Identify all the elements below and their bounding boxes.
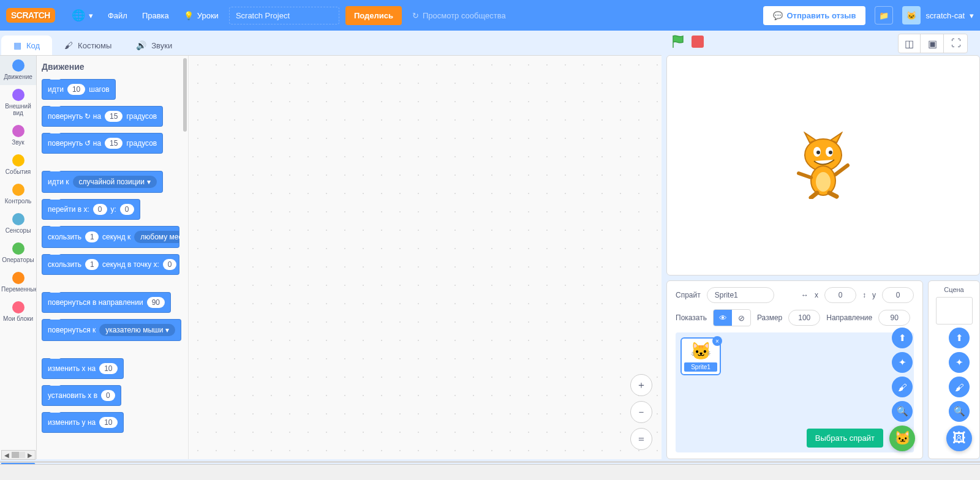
menubar: SCRATCH 🌐 ▾ Файл Правка 💡 Уроки Поделись… bbox=[0, 0, 980, 31]
sprite-direction-input[interactable] bbox=[878, 310, 910, 326]
block-dropdown[interactable]: указателю мыши ▾ bbox=[99, 324, 175, 336]
block-goto[interactable]: идти к случайной позиции ▾ bbox=[42, 171, 163, 193]
block-change-x[interactable]: изменить x на 10 bbox=[42, 358, 124, 379]
block-input[interactable]: 1 bbox=[85, 231, 99, 242]
see-community-label: Просмотр сообщества bbox=[423, 11, 506, 20]
scroll-right-icon[interactable]: ▶ bbox=[25, 451, 35, 459]
search-sprite-button[interactable]: 🔍 bbox=[892, 401, 913, 422]
block-point-direction[interactable]: повернуться в направлении 90 bbox=[42, 292, 171, 313]
category-Контроль[interactable]: Контроль bbox=[0, 180, 36, 209]
category-События[interactable]: События bbox=[0, 151, 36, 180]
sprite-y-input[interactable] bbox=[882, 287, 914, 303]
share-button[interactable]: Поделись bbox=[345, 6, 402, 25]
category-label: Контроль bbox=[1, 198, 35, 204]
paint-sprite-button[interactable]: 🖌 bbox=[892, 377, 913, 397]
scripts-workspace[interactable]: ＋ － ＝ bbox=[189, 56, 662, 459]
upload-sprite-button[interactable]: ⬆ bbox=[892, 328, 913, 348]
stage-small-button[interactable]: ◫ bbox=[899, 34, 921, 53]
tab-code[interactable]: ▦ Код bbox=[1, 36, 52, 55]
chevron-down-icon: ▾ bbox=[89, 11, 93, 20]
edit-menu[interactable]: Правка bbox=[135, 0, 176, 31]
block-input[interactable]: 15 bbox=[105, 111, 123, 122]
mystuff-button[interactable]: 📁 bbox=[875, 6, 893, 24]
block-input[interactable]: 0 bbox=[93, 204, 107, 215]
paint-backdrop-button[interactable]: 🖌 bbox=[949, 377, 970, 397]
file-menu[interactable]: Файл bbox=[100, 0, 135, 31]
green-flag-button[interactable] bbox=[671, 34, 685, 49]
sprite-size-input[interactable] bbox=[788, 310, 820, 326]
block-turn-ccw[interactable]: повернуть ↺ на 15 градусов bbox=[42, 133, 163, 154]
sprite-panel: Спрайт ↔ x ↕ y Показать 👁 ⊘ Раз bbox=[666, 280, 923, 459]
feedback-button[interactable]: 💬 Отправить отзыв bbox=[763, 6, 865, 25]
hide-button[interactable]: ⊘ bbox=[732, 310, 750, 326]
user-menu[interactable]: 🐱 scratch-cat ▾ bbox=[902, 6, 974, 24]
block-input[interactable]: 10 bbox=[99, 417, 117, 428]
tab-code-label: Код bbox=[26, 41, 40, 50]
block-input[interactable]: 0 bbox=[101, 390, 115, 401]
block-change-y[interactable]: изменить y на 10 bbox=[42, 412, 124, 433]
block-glide-xy[interactable]: скользить 1 секунд в точку x: 0 y: bbox=[42, 254, 179, 275]
fullscreen-button[interactable]: ⛶ bbox=[945, 34, 967, 53]
category-scrollbar[interactable]: ◀ ▶ bbox=[1, 450, 36, 460]
choose-backdrop-button[interactable]: 🖼 bbox=[946, 426, 972, 451]
show-label: Показать bbox=[676, 313, 707, 322]
language-menu[interactable]: 🌐 ▾ bbox=[64, 0, 100, 31]
block-input[interactable]: 15 bbox=[105, 138, 123, 149]
category-Мои блоки[interactable]: Мои блоки bbox=[0, 298, 36, 327]
project-title-input[interactable] bbox=[229, 7, 339, 24]
category-Звук[interactable]: Звук bbox=[0, 121, 36, 151]
sprite-name-input[interactable] bbox=[707, 287, 774, 303]
block-dropdown[interactable]: случайной позиции ▾ bbox=[73, 176, 157, 188]
stop-button[interactable] bbox=[692, 36, 704, 48]
sprite-thumbnail: 🐱 bbox=[684, 341, 717, 361]
block-input[interactable]: 10 bbox=[99, 363, 117, 374]
y-label: y bbox=[872, 291, 876, 299]
tab-costumes[interactable]: 🖌 Костюмы bbox=[52, 36, 124, 55]
stage-large-button[interactable]: ▣ bbox=[922, 34, 944, 53]
block-glide-to[interactable]: скользить 1 секунд к любому месту ▾ bbox=[42, 226, 179, 248]
tab-sounds[interactable]: 🔊 Звуки bbox=[124, 36, 184, 55]
block-input[interactable]: 90 bbox=[147, 297, 165, 308]
category-Переменные[interactable]: Переменные bbox=[0, 268, 36, 298]
block-input[interactable]: 0 bbox=[120, 204, 134, 215]
zoom-out-button[interactable]: － bbox=[630, 401, 652, 423]
lightbulb-icon: 💡 bbox=[184, 11, 194, 20]
choose-sprite-button[interactable]: 🐱 bbox=[889, 426, 915, 451]
block-turn-cw[interactable]: повернуть ↻ на 15 градусов bbox=[42, 106, 163, 127]
block-input[interactable]: 0 bbox=[163, 259, 176, 270]
block-set-x[interactable]: установить x в 0 bbox=[42, 385, 121, 406]
stage[interactable] bbox=[666, 55, 980, 276]
scroll-left-icon[interactable]: ◀ bbox=[2, 451, 12, 459]
svg-point-4 bbox=[829, 151, 832, 154]
surprise-sprite-button[interactable]: ✦ bbox=[892, 352, 913, 373]
show-button[interactable]: 👁 bbox=[714, 310, 732, 326]
block-input[interactable]: 1 bbox=[85, 259, 99, 270]
block-input[interactable]: 10 bbox=[67, 84, 85, 95]
category-Сенсоры[interactable]: Сенсоры bbox=[0, 209, 36, 239]
stage-thumbnail[interactable] bbox=[936, 297, 973, 324]
block-point-towards[interactable]: повернуться к указателю мыши ▾ bbox=[42, 319, 181, 341]
block-gotoxy[interactable]: перейти в x: 0 y: 0 bbox=[42, 199, 140, 220]
delete-sprite-button[interactable]: × bbox=[712, 336, 722, 346]
sprite-x-input[interactable] bbox=[824, 287, 856, 303]
see-community-button[interactable]: ↻ Просмотр сообщества bbox=[405, 11, 513, 20]
stage-size-controls: ◫ ▣ ⛶ bbox=[898, 34, 968, 53]
zoom-in-button[interactable]: ＋ bbox=[630, 374, 652, 396]
upload-backdrop-button[interactable]: ⬆ bbox=[949, 328, 970, 348]
search-backdrop-button[interactable]: 🔍 bbox=[949, 401, 970, 422]
block-text: перейти в x: bbox=[48, 205, 89, 214]
category-Операторы[interactable]: Операторы bbox=[0, 239, 36, 268]
block-text: повернуть ↺ на bbox=[48, 139, 101, 148]
tutorials-button[interactable]: 💡 Уроки bbox=[176, 0, 226, 31]
surprise-backdrop-button[interactable]: ✦ bbox=[949, 352, 970, 373]
blocks-palette[interactable]: Движение идти 10 шагов повернуть ↻ на 15… bbox=[37, 56, 189, 459]
scratch-logo[interactable]: SCRATCH bbox=[6, 8, 55, 23]
bottom-panels: Спрайт ↔ x ↕ y Показать 👁 ⊘ Раз bbox=[666, 280, 980, 459]
block-move-steps[interactable]: идти 10 шагов bbox=[42, 79, 116, 100]
folder-icon: 📁 bbox=[879, 11, 889, 20]
category-Движение[interactable]: Движение bbox=[0, 56, 36, 85]
sprite-tile[interactable]: × 🐱 Sprite1 bbox=[680, 337, 721, 375]
zoom-reset-button[interactable]: ＝ bbox=[630, 428, 652, 450]
block-dropdown[interactable]: любому месту ▾ bbox=[134, 231, 179, 243]
category-Внешний вид[interactable]: Внешний вид bbox=[0, 85, 36, 121]
